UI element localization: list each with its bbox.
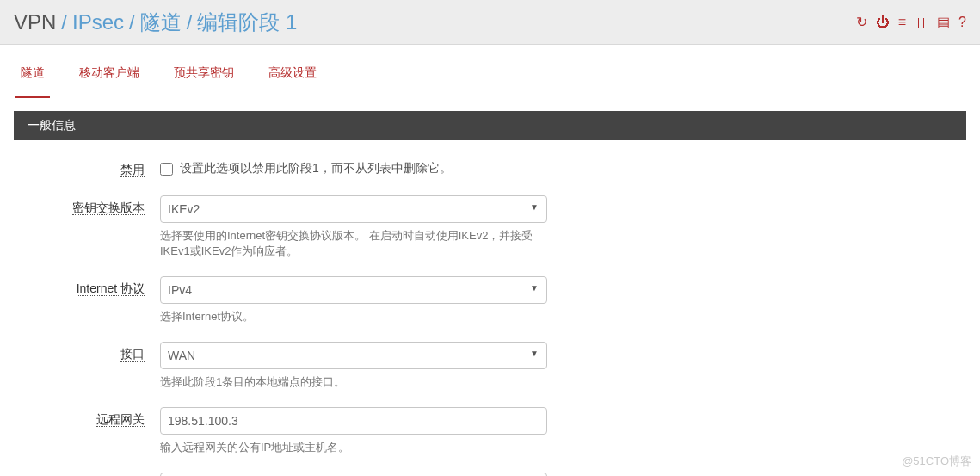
tab-advanced[interactable]: 高级设置 <box>263 65 322 98</box>
breadcrumb-edit-phase1[interactable]: 编辑阶段 1 <box>197 9 297 36</box>
label-internet-protocol: Internet 协议 <box>14 276 160 297</box>
breadcrumb-sep: / <box>129 10 135 34</box>
key-exchange-select[interactable]: IKEv2 <box>160 195 547 223</box>
description-input[interactable] <box>160 473 547 476</box>
refresh-icon[interactable]: ↻ <box>856 14 867 30</box>
remote-gateway-input[interactable] <box>160 407 547 435</box>
tab-tunnels[interactable]: 隧道 <box>15 65 50 98</box>
stats-icon[interactable]: ⫼ <box>915 15 928 30</box>
section-general-info: 一般信息 <box>14 111 966 140</box>
row-interface: 接口 WAN 选择此阶段1条目的本地端点的接口。 <box>14 333 966 399</box>
power-icon[interactable]: ⏻ <box>876 15 890 30</box>
help-icon[interactable]: ? <box>958 15 966 30</box>
disable-checkbox[interactable] <box>160 163 173 176</box>
row-disable: 禁用 设置此选项以禁用此阶段1，而不从列表中删除它。 <box>14 149 966 187</box>
breadcrumb: VPN / IPsec / 隧道 / 编辑阶段 1 <box>14 9 297 36</box>
settings-icon[interactable]: ≡ <box>898 15 906 30</box>
label-description: 描述 <box>14 473 160 476</box>
save-icon[interactable]: ▤ <box>937 14 950 30</box>
label-key-exchange: 密钥交换版本 <box>14 195 160 216</box>
breadcrumb-sep: / <box>61 10 67 34</box>
row-key-exchange: 密钥交换版本 IKEv2 选择要使用的Internet密钥交换协议版本。 在启动… <box>14 187 966 268</box>
breadcrumb-ipsec[interactable]: IPsec <box>72 10 124 34</box>
help-key-exchange: 选择要使用的Internet密钥交换协议版本。 在启动时自动使用IKEv2，并接… <box>160 228 547 259</box>
breadcrumb-tunnels[interactable]: 隧道 <box>140 9 182 36</box>
form-general-info: 禁用 设置此选项以禁用此阶段1，而不从列表中删除它。 密钥交换版本 IKEv2 … <box>0 140 980 476</box>
row-remote-gateway: 远程网关 输入远程网关的公有IP地址或主机名。 <box>14 399 966 464</box>
breadcrumb-vpn[interactable]: VPN <box>14 10 56 34</box>
tab-psk[interactable]: 预共享密钥 <box>169 65 239 98</box>
help-interface: 选择此阶段1条目的本地端点的接口。 <box>160 374 547 390</box>
tabs: 隧道 移动客户端 预共享密钥 高级设置 <box>0 45 980 99</box>
disable-text: 设置此选项以禁用此阶段1，而不从列表中删除它。 <box>180 161 452 176</box>
label-remote-gateway: 远程网关 <box>14 407 160 428</box>
row-internet-protocol: Internet 协议 IPv4 选择Internet协议。 <box>14 268 966 333</box>
label-disable: 禁用 <box>14 158 160 178</box>
tab-mobile[interactable]: 移动客户端 <box>74 65 145 98</box>
row-description: 描述 在这里输入描述以供管理员参考。 <box>14 464 966 476</box>
help-internet-protocol: 选择Internet协议。 <box>160 309 547 325</box>
internet-protocol-select[interactable]: IPv4 <box>160 276 547 304</box>
label-interface: 接口 <box>14 342 160 362</box>
breadcrumb-sep: / <box>187 10 193 34</box>
header-bar: VPN / IPsec / 隧道 / 编辑阶段 1 ↻ ⏻ ≡ ⫼ ▤ ? <box>0 0 980 45</box>
help-remote-gateway: 输入远程网关的公有IP地址或主机名。 <box>160 440 547 455</box>
header-icons: ↻ ⏻ ≡ ⫼ ▤ ? <box>856 14 966 30</box>
interface-select[interactable]: WAN <box>160 342 547 369</box>
